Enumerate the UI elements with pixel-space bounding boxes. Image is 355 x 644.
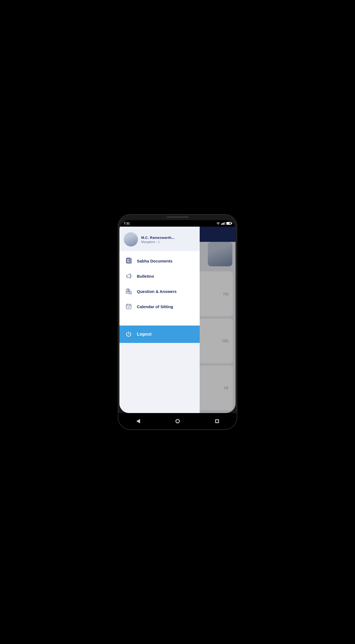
logout-item[interactable]: Logout	[119, 326, 200, 343]
drawer-menu: Sabha Documents Bulletins	[119, 251, 200, 326]
menu-item-qa[interactable]: ? ! Question & Answers	[119, 284, 200, 299]
drawer-spacer	[119, 343, 200, 413]
bulletins-label: Bulletins	[137, 274, 154, 279]
menu-item-calendar[interactable]: Calendar of Sitting	[119, 299, 200, 314]
drawer-header: M.C. Rameswarth... Mangalore - 1	[119, 227, 200, 251]
svg-text:?: ?	[128, 289, 129, 291]
phone-screen: 7:31	[119, 220, 236, 413]
phone-frame: 7:31	[118, 215, 237, 429]
power-icon	[125, 330, 132, 338]
user-name: M.C. Rameswarth...	[141, 236, 195, 240]
menu-item-bulletins[interactable]: Bulletins	[119, 268, 200, 284]
document-icon	[125, 257, 132, 265]
status-time: 7:31	[124, 222, 130, 225]
bottom-nav	[118, 413, 237, 429]
menu-item-sabha-documents[interactable]: Sabha Documents	[119, 253, 200, 268]
wifi-icon	[216, 222, 220, 225]
bullhorn-icon	[125, 272, 132, 280]
signal-bars-icon	[221, 222, 225, 225]
user-info: M.C. Rameswarth... Mangalore - 1	[141, 236, 195, 243]
logout-label: Logout	[137, 332, 152, 337]
avatar	[124, 232, 138, 246]
back-button[interactable]	[134, 417, 142, 425]
status-icons	[216, 222, 231, 225]
battery-icon	[226, 222, 231, 225]
nav-drawer: M.C. Rameswarth... Mangalore - 1	[119, 227, 200, 413]
home-button[interactable]	[174, 417, 182, 425]
recents-button[interactable]	[213, 417, 221, 425]
calendar-label: Calendar of Sitting	[137, 304, 173, 309]
svg-point-0	[218, 224, 218, 225]
user-role: Mangalore - 1	[141, 240, 195, 243]
svg-text:!: !	[129, 292, 130, 293]
status-bar: 7:31	[119, 220, 236, 227]
qa-icon: ? !	[125, 287, 132, 295]
sabha-documents-label: Sabha Documents	[137, 259, 172, 263]
svg-rect-15	[126, 304, 131, 309]
calendar-icon	[125, 303, 132, 310]
qa-label: Question & Answers	[137, 289, 177, 294]
phone-notch	[167, 216, 189, 218]
